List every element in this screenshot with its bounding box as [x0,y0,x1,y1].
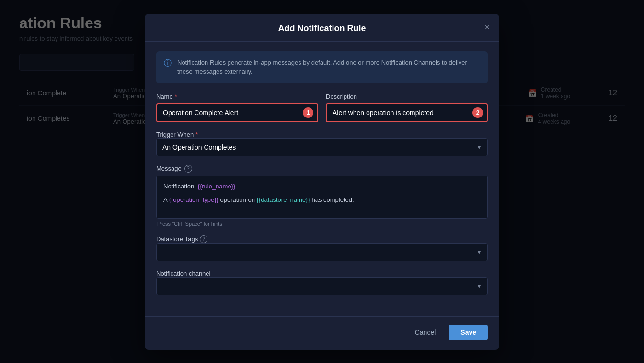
description-label: Description [326,93,488,100]
message-line1: Notification: {{rule_name}} [163,182,481,192]
trigger-required-star: * [196,131,198,138]
name-description-row: Name * 1 Description 2 [156,93,488,122]
datastore-select-wrapper: ▼ [156,243,488,261]
notification-channel-group: Notification channel ▼ [156,270,488,295]
name-input-wrapper: 1 [156,103,318,122]
notification-channel-label: Notification channel [156,270,488,277]
name-label: Name * [156,93,318,100]
description-step-badge: 2 [472,107,483,118]
modal-title: Add Notification Rule [278,23,366,33]
modal-body: ⓘ Notification Rules generate in-app mes… [145,42,499,316]
trigger-select-wrapper: An Operation Completes ▼ [156,138,488,156]
add-notification-rule-modal: Add Notification Rule × ⓘ Notification R… [145,14,499,350]
datastore-help-icon[interactable]: ? [200,235,207,243]
message-textarea[interactable]: Notification: {{rule_name}} A {{operatio… [156,176,488,219]
name-input[interactable] [156,103,318,122]
trigger-select[interactable]: An Operation Completes [156,138,488,156]
message-operation-type-var: {{operation_type}} [169,196,218,203]
message-datastore-name-var: {{datastore_name}} [256,196,310,203]
trigger-when-label: Trigger When * [156,131,488,138]
channel-select[interactable] [156,277,488,295]
description-input-wrapper: 2 [326,103,488,122]
info-text: Notification Rules generate in-app messa… [177,58,480,77]
message-notification-prefix: Notification: [163,183,198,190]
cancel-button[interactable]: Cancel [407,325,444,340]
message-operation-on: operation on [218,196,257,203]
modal-overlay: Add Notification Rule × ⓘ Notification R… [0,0,644,363]
datastore-tags-label: Datastore Tags ? [156,235,488,243]
save-button[interactable]: Save [449,325,488,340]
channel-select-wrapper: ▼ [156,277,488,295]
name-required-star: * [175,93,177,100]
trigger-when-group: Trigger When * An Operation Completes ▼ [156,131,488,156]
description-input[interactable] [326,103,488,122]
message-a-prefix: A [163,196,169,203]
info-icon: ⓘ [164,59,172,69]
message-help-icon[interactable]: ? [184,165,192,173]
datastore-select[interactable] [156,243,488,261]
modal-header: Add Notification Rule × [145,14,499,42]
name-group: Name * 1 [156,93,318,122]
name-step-badge: 1 [303,107,313,118]
modal-footer: Cancel Save [145,316,499,350]
description-group: Description 2 [326,93,488,122]
message-group: Message ? Notification: {{rule_name}} A … [156,165,488,227]
message-completed-suffix: has completed. [310,196,354,203]
message-rule-name-var: {{rule_name}} [198,183,236,190]
message-line2: A {{operation_type}} operation on {{data… [163,195,481,205]
message-label: Message ? [156,165,488,173]
info-banner: ⓘ Notification Rules generate in-app mes… [156,51,488,83]
datastore-tags-group: Datastore Tags ? ▼ [156,235,488,261]
close-button[interactable]: × [484,23,490,32]
message-hint: Press "Ctrl+Space" for hints [156,221,488,227]
